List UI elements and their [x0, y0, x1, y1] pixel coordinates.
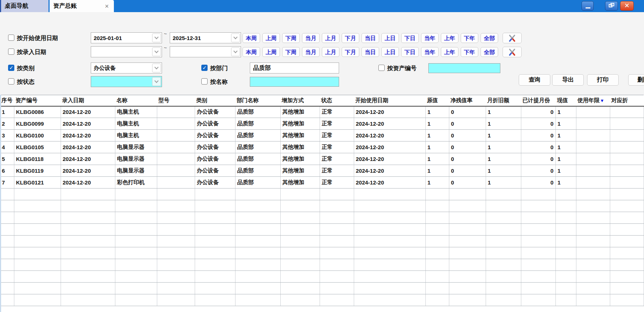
cell[interactable] — [280, 247, 320, 259]
column-header-11[interactable]: 净残值率 — [449, 95, 486, 106]
export-button[interactable]: 导出 — [552, 74, 584, 86]
cell[interactable]: 正常 — [320, 177, 354, 189]
cell[interactable]: 1 — [555, 165, 576, 177]
cell[interactable]: 1 — [555, 118, 576, 130]
cell[interactable]: 1 — [486, 130, 521, 141]
cell[interactable] — [555, 212, 576, 224]
cell[interactable] — [425, 189, 449, 200]
cell[interactable] — [157, 294, 195, 306]
quick-range-button-0[interactable]: 本周 — [242, 47, 260, 57]
cell[interactable] — [610, 236, 644, 247]
cell[interactable] — [610, 141, 644, 153]
cell[interactable]: 0 — [521, 130, 555, 141]
clear-start-date-button[interactable] — [503, 33, 522, 43]
cell[interactable] — [14, 259, 61, 271]
cell[interactable] — [61, 212, 115, 224]
start-date-checkbox[interactable] — [8, 35, 14, 41]
cell[interactable] — [14, 212, 61, 224]
cell[interactable] — [354, 247, 425, 259]
cell[interactable] — [610, 259, 644, 271]
cell[interactable]: 2024-12-20 — [61, 153, 115, 165]
cell[interactable] — [555, 189, 576, 200]
cell[interactable] — [576, 200, 610, 212]
cell[interactable] — [576, 177, 610, 189]
cell[interactable]: 0 — [449, 153, 486, 165]
cell[interactable] — [195, 247, 235, 259]
empty-row[interactable] — [0, 212, 644, 224]
cell[interactable] — [486, 224, 521, 236]
cell[interactable] — [354, 236, 425, 247]
cell[interactable] — [195, 283, 235, 294]
cell[interactable]: 1 — [425, 118, 449, 130]
empty-row[interactable] — [0, 294, 644, 306]
cell[interactable] — [280, 294, 320, 306]
cell[interactable] — [320, 294, 354, 306]
cell[interactable] — [157, 118, 195, 130]
cell[interactable] — [115, 189, 157, 200]
cell[interactable] — [14, 283, 61, 294]
quick-range-button-2[interactable]: 下周 — [282, 33, 300, 43]
cell[interactable]: KLBG0119 — [14, 165, 61, 177]
table-row-5[interactable]: 6KLBG01192024-12-20电脑显示器办公设备品质部其他增加正常202… — [0, 165, 644, 177]
cell[interactable] — [354, 294, 425, 306]
column-header-3[interactable]: 名称 — [115, 95, 157, 106]
quick-range-button-10[interactable]: 上年 — [441, 33, 458, 43]
table-row-1[interactable]: 2KLBG00992024-12-20电脑主机办公设备品质部其他增加正常2024… — [0, 118, 644, 130]
cell[interactable]: 品质部 — [235, 165, 280, 177]
cell[interactable]: 0 — [521, 141, 555, 153]
cell[interactable]: 2 — [0, 118, 14, 130]
cell[interactable] — [280, 224, 320, 236]
cell[interactable]: 2024-12-20 — [354, 153, 425, 165]
cell[interactable] — [195, 236, 235, 247]
print-button[interactable]: 打印 — [587, 74, 619, 86]
cell[interactable] — [115, 271, 157, 283]
cell[interactable] — [576, 106, 610, 118]
cell[interactable] — [610, 200, 644, 212]
quick-range-button-4[interactable]: 上月 — [322, 33, 339, 43]
cell[interactable] — [354, 200, 425, 212]
table-row-4[interactable]: 5KLBG01182024-12-20电脑显示器办公设备品质部其他增加正常202… — [0, 153, 644, 165]
entry-date-to-select[interactable] — [170, 46, 241, 57]
quick-range-button-3[interactable]: 当月 — [302, 33, 320, 43]
cell[interactable] — [425, 259, 449, 271]
cell[interactable]: 1 — [486, 165, 521, 177]
quick-range-button-6[interactable]: 当日 — [361, 33, 379, 43]
cell[interactable]: KLBG0086 — [14, 106, 61, 118]
column-header-7[interactable]: 增加方式 — [280, 95, 320, 106]
quick-range-button-8[interactable]: 下日 — [401, 33, 419, 43]
cell[interactable] — [576, 236, 610, 247]
cell[interactable]: 1 — [425, 177, 449, 189]
cell[interactable] — [0, 236, 14, 247]
cell[interactable]: 正常 — [320, 118, 354, 130]
cell[interactable]: 0 — [521, 106, 555, 118]
cell[interactable] — [521, 189, 555, 200]
cell[interactable] — [521, 247, 555, 259]
cell[interactable]: 2024-12-20 — [61, 177, 115, 189]
cell[interactable] — [521, 283, 555, 294]
quick-range-button-3[interactable]: 当月 — [302, 47, 320, 57]
cell[interactable] — [576, 259, 610, 271]
cell[interactable] — [195, 200, 235, 212]
cell[interactable] — [320, 247, 354, 259]
cell[interactable] — [555, 236, 576, 247]
cell[interactable] — [425, 224, 449, 236]
chevron-down-icon[interactable] — [152, 77, 161, 86]
cell[interactable] — [157, 236, 195, 247]
cell[interactable]: 其他增加 — [280, 118, 320, 130]
cell[interactable] — [610, 130, 644, 141]
cell[interactable] — [235, 200, 280, 212]
cell[interactable]: 3 — [0, 130, 14, 141]
cell[interactable] — [486, 283, 521, 294]
cell[interactable] — [235, 236, 280, 247]
status-checkbox[interactable] — [8, 78, 14, 85]
cell[interactable] — [0, 200, 14, 212]
cell[interactable] — [157, 189, 195, 200]
cell[interactable] — [555, 247, 576, 259]
empty-row[interactable] — [0, 224, 644, 236]
column-header-8[interactable]: 状态 — [320, 95, 354, 106]
cell[interactable] — [157, 177, 195, 189]
cell[interactable] — [576, 130, 610, 141]
column-header-13[interactable]: 已计提月份 — [521, 95, 555, 106]
cell[interactable]: 办公设备 — [195, 177, 235, 189]
cell[interactable]: 品质部 — [235, 141, 280, 153]
